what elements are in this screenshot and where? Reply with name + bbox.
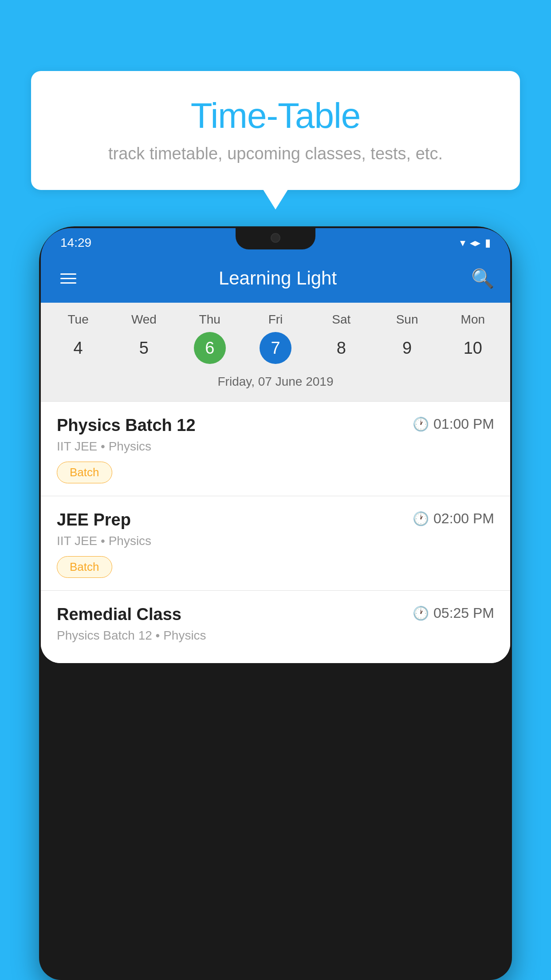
day-number-7-selected[interactable]: 7 [260,332,291,364]
schedule-item-header-3: Remedial Class 🕐 05:25 PM [57,605,494,624]
day-number-4[interactable]: 4 [62,332,94,364]
schedule-time-value-2: 02:00 PM [433,510,494,527]
schedule-title-1: Physics Batch 12 [57,416,196,435]
hamburger-line-2 [60,278,76,279]
phone-content: Tue Wed Thu Fri Sat Sun Mon 4 5 6 7 8 9 … [41,303,510,663]
day-label-thu: Thu [177,312,243,327]
wifi-icon: ▾ [460,237,465,249]
day-label-fri: Fri [243,312,308,327]
phone-screen: 14:29 ▾ ◂▸ ▮ Learning Light 🔍 Tue Wed [41,228,510,663]
schedule-time-3: 🕐 05:25 PM [413,605,494,621]
schedule-list: Physics Batch 12 🕐 01:00 PM IIT JEE • Ph… [41,401,510,663]
schedule-time-2: 🕐 02:00 PM [413,510,494,527]
status-time: 14:29 [60,236,91,250]
clock-icon-1: 🕐 [413,416,429,432]
schedule-subtitle-1: IIT JEE • Physics [57,439,494,454]
camera [271,233,280,243]
schedule-item-3[interactable]: Remedial Class 🕐 05:25 PM Physics Batch … [41,590,510,663]
page-subtitle: track timetable, upcoming classes, tests… [58,144,493,163]
page-title: Time-Table [58,95,493,136]
batch-badge-1: Batch [57,462,112,483]
schedule-title-3: Remedial Class [57,605,181,624]
day-label-sat: Sat [308,312,374,327]
schedule-subtitle-2: IIT JEE • Physics [57,534,494,548]
day-label-sun: Sun [374,312,440,327]
search-icon[interactable]: 🔍 [471,268,494,289]
schedule-time-1: 🕐 01:00 PM [413,416,494,432]
schedule-item-1[interactable]: Physics Batch 12 🕐 01:00 PM IIT JEE • Ph… [41,401,510,496]
battery-icon: ▮ [485,237,491,249]
app-title: Learning Light [98,268,458,289]
day-label-mon: Mon [440,312,506,327]
schedule-subtitle-3: Physics Batch 12 • Physics [57,628,494,643]
phone-notch [236,226,315,249]
day-number-5[interactable]: 5 [128,332,160,364]
hamburger-line-1 [60,273,76,275]
signal-icon: ◂▸ [470,237,480,249]
schedule-time-value-3: 05:25 PM [433,605,494,621]
clock-icon-3: 🕐 [413,605,429,621]
clock-icon-2: 🕐 [413,511,429,526]
speech-bubble-container: Time-Table track timetable, upcoming cla… [31,71,520,190]
speech-bubble: Time-Table track timetable, upcoming cla… [31,71,520,190]
schedule-item-header-1: Physics Batch 12 🕐 01:00 PM [57,416,494,435]
day-labels-row: Tue Wed Thu Fri Sat Sun Mon [45,312,506,327]
schedule-title-2: JEE Prep [57,510,131,530]
hamburger-menu-icon[interactable] [57,270,80,287]
day-label-wed: Wed [111,312,177,327]
status-icons: ▾ ◂▸ ▮ [460,237,491,249]
schedule-time-value-1: 01:00 PM [433,416,494,432]
batch-badge-2: Batch [57,556,112,578]
schedule-item-header-2: JEE Prep 🕐 02:00 PM [57,510,494,530]
day-number-9[interactable]: 9 [391,332,423,364]
phone-frame: 14:29 ▾ ◂▸ ▮ Learning Light 🔍 Tue Wed [39,226,512,980]
day-number-8[interactable]: 8 [325,332,357,364]
calendar-week: Tue Wed Thu Fri Sat Sun Mon 4 5 6 7 8 9 … [41,303,510,401]
day-number-10[interactable]: 10 [457,332,489,364]
schedule-item-2[interactable]: JEE Prep 🕐 02:00 PM IIT JEE • Physics Ba… [41,496,510,590]
day-label-tue: Tue [45,312,111,327]
hamburger-line-3 [60,282,76,284]
app-bar: Learning Light 🔍 [41,254,510,303]
day-number-6-today[interactable]: 6 [194,332,226,364]
selected-date-label: Friday, 07 June 2019 [45,370,506,397]
day-numbers-row: 4 5 6 7 8 9 10 [45,332,506,364]
